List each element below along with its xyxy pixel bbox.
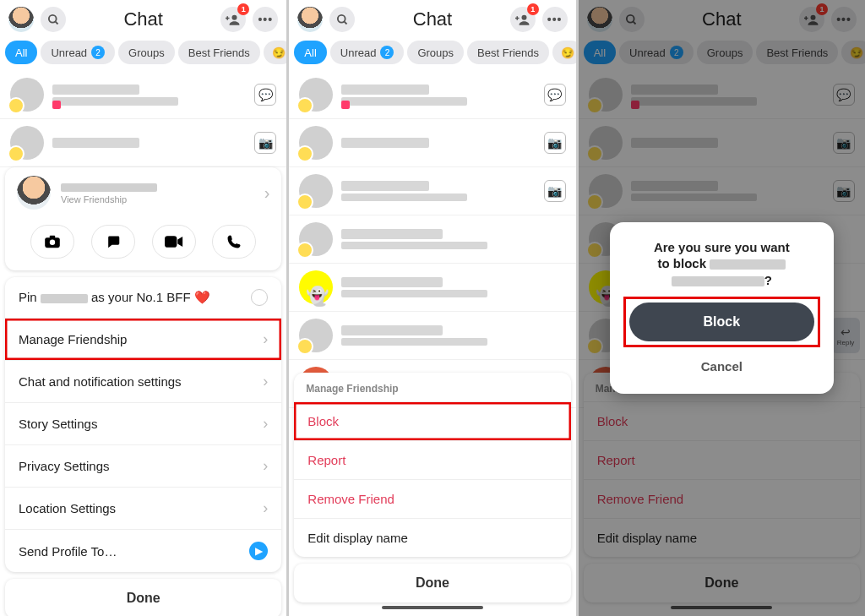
chat-button[interactable]	[91, 225, 135, 259]
option-story-settings[interactable]: Story Settings ›	[5, 402, 281, 444]
ellipsis-icon: •••	[547, 13, 563, 26]
chat-row[interactable]: 📷	[289, 167, 575, 215]
block-confirm-modal: Are you sure you want to block ? Block C…	[610, 222, 834, 395]
search-icon	[336, 14, 349, 26]
chip-groups[interactable]: Groups	[407, 41, 464, 64]
chat-icon	[106, 235, 121, 248]
add-friend-icon	[226, 14, 241, 25]
cancel-button[interactable]: Cancel	[623, 351, 820, 382]
chip-unread[interactable]: Unread2	[41, 41, 115, 64]
chat-row[interactable]	[289, 264, 575, 312]
modal-scrim[interactable]: Are you sure you want to block ? Block C…	[579, 0, 865, 616]
my-avatar[interactable]	[297, 7, 323, 32]
modal-message: Are you sure you want to block ?	[623, 239, 820, 289]
camera-button[interactable]	[30, 225, 74, 259]
chat-action-icon[interactable]: 💬	[254, 84, 276, 106]
filter-chips: All Unread2 Groups Best Friends 😏 N	[289, 37, 575, 71]
quick-actions	[5, 218, 281, 270]
view-friendship-label: View Friendship	[61, 194, 254, 204]
more-button[interactable]: •••	[542, 7, 568, 32]
option-block[interactable]: Block	[294, 401, 570, 440]
chat-row[interactable]: 💬	[289, 71, 575, 119]
chevron-right-icon: ›	[263, 415, 268, 433]
svg-line-1	[55, 21, 57, 24]
chat-row[interactable]: 💬	[0, 71, 286, 119]
sheet-title: Manage Friendship	[294, 373, 570, 401]
badge: 1	[527, 3, 539, 15]
phone-icon	[226, 234, 242, 249]
page-title: Chat	[362, 8, 503, 30]
chat-row[interactable]: 📷	[289, 119, 575, 167]
chip-emoji[interactable]: 😏	[264, 41, 287, 64]
option-privacy-settings[interactable]: Privacy Settings ›	[5, 444, 281, 487]
chevron-right-icon: ›	[263, 373, 268, 390]
chip-groups[interactable]: Groups	[118, 41, 175, 64]
header: Chat 1 •••	[0, 0, 286, 37]
chevron-right-icon: ›	[263, 457, 268, 475]
video-button[interactable]	[152, 225, 196, 259]
option-edit-display-name[interactable]: Edit display name	[294, 518, 570, 557]
chip-best-friends[interactable]: Best Friends	[178, 41, 260, 64]
friend-avatar	[17, 176, 51, 210]
radio-empty-icon	[251, 289, 268, 306]
more-button[interactable]: •••	[253, 7, 278, 32]
option-report[interactable]: Report	[294, 440, 570, 479]
chevron-right-icon: ›	[263, 499, 268, 517]
search-button[interactable]	[329, 7, 355, 32]
highlight-box: Block	[623, 297, 820, 347]
add-friend-button[interactable]: 1	[510, 7, 536, 32]
ellipsis-icon: •••	[258, 13, 273, 26]
screen-3: Chat 1 ••• All Unread2 Groups Best Frien…	[579, 0, 865, 616]
search-icon	[47, 14, 60, 26]
profile-header[interactable]: View Friendship ›	[5, 167, 281, 218]
done-button[interactable]: Done	[294, 564, 570, 602]
search-button[interactable]	[41, 7, 66, 32]
camera-icon	[44, 235, 61, 248]
screen-1: Chat 1 ••• All Unread2 Groups Best Frien…	[0, 0, 286, 616]
filter-chips: All Unread2 Groups Best Friends 😏 N	[0, 37, 286, 71]
chip-all[interactable]: All	[294, 41, 326, 64]
profile-sheet: View Friendship › Pin as your No.1 BFF ❤…	[0, 167, 286, 616]
add-friend-icon	[515, 14, 530, 25]
chat-action-icon[interactable]: 💬	[544, 84, 566, 106]
svg-point-4	[50, 240, 55, 245]
chip-all[interactable]: All	[5, 41, 37, 64]
chip-best-friends[interactable]: Best Friends	[467, 41, 549, 64]
badge: 1	[237, 3, 249, 15]
svg-point-9	[521, 15, 526, 20]
svg-point-0	[48, 14, 56, 22]
option-remove-friend[interactable]: Remove Friend	[294, 479, 570, 518]
chat-row[interactable]	[289, 215, 575, 264]
camera-action-icon[interactable]: 📷	[544, 132, 566, 154]
chat-row[interactable]	[289, 312, 575, 360]
call-button[interactable]	[212, 225, 256, 259]
chat-row[interactable]: 📷	[0, 119, 286, 167]
home-indicator	[382, 606, 483, 609]
chevron-right-icon: ›	[263, 330, 268, 348]
chip-unread[interactable]: Unread2	[330, 41, 405, 64]
header: Chat 1 •••	[289, 0, 575, 37]
send-icon: ▶	[249, 542, 268, 560]
camera-action-icon[interactable]: 📷	[254, 132, 276, 154]
option-manage-friendship[interactable]: Manage Friendship ›	[5, 318, 281, 360]
my-avatar[interactable]	[8, 7, 34, 32]
chip-emoji[interactable]: 😏	[552, 41, 576, 64]
done-button[interactable]: Done	[5, 579, 281, 616]
page-title: Chat	[73, 8, 214, 30]
screen-2: Chat 1 ••• All Unread2 Groups Best Frien…	[289, 0, 575, 616]
option-pin-bff[interactable]: Pin as your No.1 BFF ❤️	[5, 277, 281, 318]
option-send-profile[interactable]: Send Profile To… ▶	[5, 529, 281, 572]
video-icon	[165, 236, 183, 248]
svg-rect-5	[50, 236, 55, 239]
svg-rect-6	[165, 236, 177, 248]
add-friend-button[interactable]: 1	[220, 7, 246, 32]
avatar	[10, 78, 44, 112]
option-chat-notif[interactable]: Chat and notification settings ›	[5, 360, 281, 402]
option-location-settings[interactable]: Location Settings ›	[5, 487, 281, 529]
avatar	[10, 126, 44, 160]
svg-line-8	[344, 21, 346, 24]
svg-point-2	[232, 15, 237, 20]
svg-point-7	[338, 14, 345, 22]
block-confirm-button[interactable]: Block	[629, 303, 814, 341]
chevron-right-icon: ›	[264, 183, 270, 203]
